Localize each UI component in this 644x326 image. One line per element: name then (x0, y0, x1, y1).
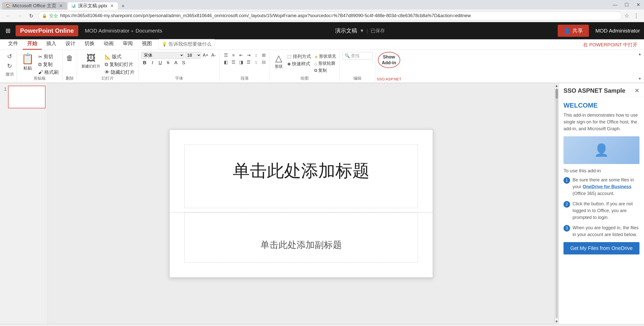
align-center-button[interactable]: ☰ (230, 59, 237, 66)
font-size-select[interactable]: 18 (185, 52, 201, 59)
address-bar[interactable]: 🔒 安全 https://m365x810646-my.sharepoint.c… (38, 12, 622, 20)
back-button[interactable]: ← (4, 11, 13, 20)
sso-panel-close-button[interactable]: ✕ (634, 87, 639, 94)
decrease-font-button[interactable]: A- (210, 52, 217, 59)
copy-slide-button[interactable]: ⧉ 复制幻灯片 (103, 61, 136, 68)
browser-chrome: 🏠 Microsoft Office 主页 ✕ 📊 演示文稿.pptx ✕ + … (0, 0, 644, 22)
shadow-button[interactable]: S (180, 59, 187, 66)
list-numbered-button[interactable]: ≡ (230, 52, 237, 58)
text-direction-button[interactable]: ↕ (253, 59, 260, 66)
slide-subtitle-text[interactable]: 单击此处添加副标题 (260, 239, 342, 251)
increase-font-button[interactable]: A+ (202, 52, 209, 59)
copy-label: 复制 (43, 61, 53, 68)
tab-close-home[interactable]: ✕ (58, 3, 63, 9)
undo-group-label: 撤消 (6, 72, 14, 77)
delete-group: 🗑 删除 (63, 51, 77, 82)
cut-button[interactable]: ✂ 剪切 (37, 53, 60, 60)
font-row2: B I U S A S (141, 59, 217, 66)
clipboard-group: 📋 粘贴 ✂ 剪切 ⧉ 复制 🖌 格式刷 剪贴板 (17, 51, 63, 82)
waffle-icon[interactable]: ⊞ (4, 26, 12, 36)
shape-fill-button[interactable]: ▲ 形状填充 (313, 53, 337, 60)
tab-view[interactable]: 视图 (137, 38, 156, 50)
tab-transitions[interactable]: 切换 (80, 38, 99, 50)
scroll-track (555, 89, 558, 318)
share-button[interactable]: 👤 共享 (558, 25, 589, 37)
tab-active[interactable]: 📊 演示文稿.pptx ✕ (67, 2, 118, 10)
breadcrumb-separator: ▸ (132, 28, 134, 33)
close-button[interactable]: ✕ (632, 0, 644, 9)
minimize-button[interactable]: — (609, 0, 621, 9)
get-files-button[interactable]: Get My Files from OneDrive (564, 242, 639, 254)
font-color-button[interactable]: A (172, 59, 179, 66)
tab-inactive[interactable]: 🏠 Microsoft Office 主页 ✕ (2, 2, 67, 10)
font-family-select[interactable]: 宋体 (141, 52, 184, 59)
tab-design[interactable]: 设计 (61, 38, 80, 50)
clipboard-group-label: 剪贴板 (17, 76, 62, 81)
menu-dots-icon[interactable]: ⋮ (632, 12, 640, 20)
tab-animations[interactable]: 动画 (99, 38, 118, 50)
forward-button[interactable]: → (15, 11, 24, 20)
underline-button[interactable]: U (157, 59, 164, 66)
redo-button[interactable]: ↻ (5, 61, 14, 71)
ribbon-scroll-down[interactable]: ▼ (638, 77, 641, 81)
open-in-ppt-button[interactable]: 在 POWERPOINT 中打开 (580, 40, 640, 50)
decrease-indent-button[interactable]: ⇤ (237, 52, 245, 58)
hide-slide-button[interactable]: 👁 隐藏幻灯片 (103, 69, 136, 76)
doc-dropdown-icon[interactable]: ▼ (360, 28, 364, 34)
paste-button[interactable]: 📋 粘贴 (19, 52, 36, 76)
align-right-button[interactable]: ◨ (237, 59, 245, 66)
tab-review[interactable]: 审阅 (118, 38, 137, 50)
new-tab-button[interactable]: + (119, 3, 127, 10)
layout-button[interactable]: 📐 版式 (103, 53, 136, 60)
maximize-button[interactable]: ☐ (621, 0, 632, 9)
arrange-button[interactable]: ⬚ 排列方式 (286, 53, 312, 60)
onedrive-link[interactable]: OneDrive for Business (583, 184, 631, 189)
scroll-down-button[interactable]: ▼ (555, 319, 558, 323)
delete-button[interactable]: 🗑 (65, 53, 75, 63)
paragraph-group-label: 段落 (220, 76, 270, 81)
quick-style-button[interactable]: ◈ 快速样式 (286, 60, 312, 67)
increase-indent-button[interactable]: ⇥ (245, 52, 252, 58)
align-left-button[interactable]: ◧ (222, 59, 229, 66)
justify-button[interactable]: ☰ (245, 59, 252, 66)
slide-title-text[interactable]: 单击此处添加标题 (223, 159, 380, 182)
align-text-button[interactable]: ⊟ (260, 59, 267, 66)
copy-button[interactable]: ⧉ 复制 (37, 61, 60, 68)
copy-icon: ⧉ (38, 62, 42, 67)
quick-style-icon: ◈ (287, 61, 291, 67)
shape-copy-button[interactable]: ⧉ 复制 (313, 67, 337, 74)
tab-close-pptx[interactable]: ✕ (109, 3, 114, 9)
format-paste-button[interactable]: 🖌 格式刷 (37, 69, 60, 76)
scroll-thumb[interactable] (555, 89, 558, 99)
bold-button[interactable]: B (141, 59, 148, 66)
new-slide-button[interactable]: 🖼 新建幻灯片 (79, 52, 102, 76)
slide-subtitle-area[interactable]: 单击此处添加副标题 (169, 212, 433, 278)
line-spacing-button[interactable]: ↕ (253, 52, 260, 58)
columns-button[interactable]: ⊞ (260, 52, 267, 58)
star-icon[interactable]: ☆ (624, 13, 629, 19)
doc-title[interactable]: 演示文稿 (335, 27, 357, 35)
show-addin-button[interactable]: Show Add-in (378, 52, 400, 68)
layout-label: 版式 (112, 53, 122, 60)
doc-saved-label: 已保存 (371, 27, 385, 34)
refresh-button[interactable]: ↻ (27, 11, 36, 20)
slide-thumbnail[interactable] (8, 86, 46, 108)
strikethrough-button[interactable]: S (165, 59, 172, 66)
scroll-up-button[interactable]: ▲ (555, 84, 558, 88)
shape-button[interactable]: △ 形状 (272, 52, 285, 76)
shape-outline-button[interactable]: △ 形状轮廓 (313, 60, 337, 67)
sso-step-1-text: Be sure there are some files in your One… (573, 177, 639, 197)
undo-button[interactable]: ↺ (5, 52, 14, 61)
slide-title-area[interactable]: 单击此处添加标题 (169, 129, 433, 212)
search-box[interactable]: 🔍 查找 (342, 52, 373, 60)
tab-home[interactable]: 开始 (23, 38, 42, 50)
tell-me-box[interactable]: 💡 告诉我你想要做什么 (158, 39, 215, 49)
editing-group: 🔍 查找 编辑 (340, 51, 375, 82)
list-bullets-button[interactable]: ☰ (222, 52, 229, 58)
tab-file[interactable]: 文件 (4, 38, 23, 50)
slide-container[interactable]: 单击此处添加标题 单击此处添加副标题 (169, 129, 433, 278)
italic-button[interactable]: I (149, 59, 156, 66)
tab-insert[interactable]: 插入 (42, 38, 61, 50)
ribbon-scroll-up[interactable]: ▲ (638, 52, 641, 56)
search-icon: 🔍 (345, 53, 350, 58)
